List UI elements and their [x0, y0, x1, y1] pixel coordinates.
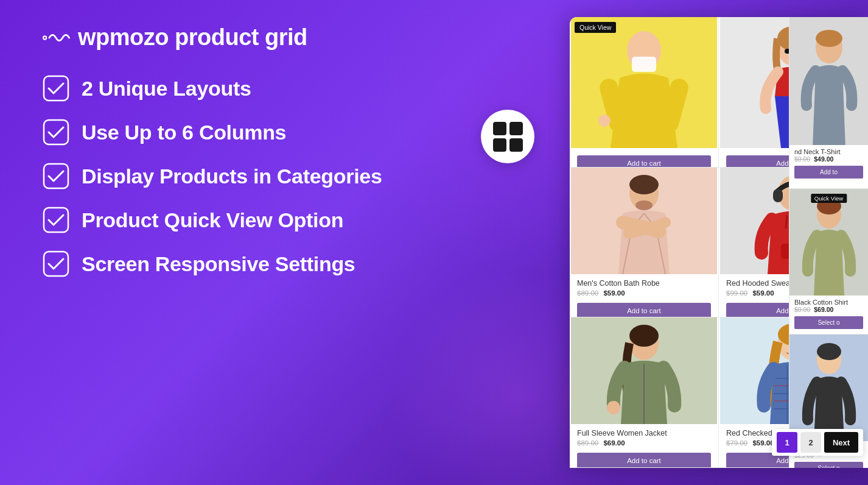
svg-point-51: [817, 343, 841, 360]
svg-point-12: [598, 115, 611, 127]
svg-point-31: [607, 401, 620, 414]
partial-card-2: Quick View Black Cotton Shirt $0.00 $69.…: [789, 189, 868, 335]
product-body-yellow: [570, 148, 718, 155]
product-grid-panel: Quick View Add to cart: [570, 17, 868, 468]
svg-rect-4: [44, 164, 68, 188]
partial-prices-2: $0.00 $69.00: [794, 306, 863, 313]
product-body-bath-robe: Men's Cotton Bath Robe $89.00 $59.00: [570, 274, 718, 303]
product-name-women-jacket: Full Sleeve Women Jacket: [577, 429, 711, 437]
feature-text-responsive: Screen Responsive Settings: [82, 252, 355, 276]
feature-item-quickview: Product Quick View Option: [43, 207, 493, 233]
quick-view-badge-yellow[interactable]: Quick View: [575, 22, 616, 33]
svg-rect-25: [773, 189, 783, 202]
partial-card-1: nd Neck T-Shirt $0.00 $49.00 Add to: [789, 17, 868, 189]
add-to-cart-bath-robe[interactable]: Add to cart: [577, 303, 711, 318]
old-price-hoodie: $99.00: [726, 289, 747, 297]
check-icon-categories: [43, 163, 69, 189]
product-name-bath-robe: Men's Cotton Bath Robe: [577, 279, 711, 288]
old-price-bath-robe: $89.00: [577, 289, 598, 297]
svg-rect-3: [44, 120, 68, 144]
partial-info-2: Black Cotton Shirt $0.00 $69.00: [789, 296, 868, 316]
logo-area: wpmozo product grid: [43, 24, 493, 51]
partial-old-price-1: $0.00: [794, 155, 810, 163]
product-card-bath-robe: Men's Cotton Bath Robe $89.00 $59.00 Add…: [570, 168, 719, 318]
brand-name: wpmozo product grid: [78, 24, 307, 51]
next-page-button[interactable]: Next: [824, 432, 858, 453]
product-image-women-jacket: [570, 317, 718, 424]
partial-new-price-1: $49.00: [814, 155, 833, 163]
product-card-women-jacket: Full Sleeve Women Jacket $89.00 $69.00 A…: [570, 317, 719, 468]
product-body-women-jacket: Full Sleeve Women Jacket $89.00 $69.00: [570, 424, 718, 453]
svg-rect-6: [44, 252, 68, 276]
check-icon-columns: [43, 119, 69, 146]
partial-add-cart-1[interactable]: Add to: [794, 166, 863, 179]
partial-new-price-2: $69.00: [814, 306, 833, 313]
add-to-cart-yellow[interactable]: Add to cart: [577, 155, 711, 168]
left-section: wpmozo product grid 2 Unique Layouts Use…: [43, 24, 493, 277]
product-card-yellow-jacket: Quick View Add to cart: [570, 17, 719, 168]
add-to-cart-women-jacket[interactable]: Add to cart: [577, 453, 711, 468]
partial-info-nd-neck: nd Neck T-Shirt $0.00 $49.00: [789, 145, 868, 166]
pagination-bar: 1 2 Next: [772, 429, 863, 456]
feature-text-columns: Use Up to 6 Columns: [82, 121, 286, 144]
svg-rect-2: [44, 76, 68, 101]
feature-item-layouts: 2 Unique Layouts: [43, 75, 493, 102]
grid-dot-3: [493, 138, 506, 152]
page-button-2[interactable]: 2: [800, 432, 821, 453]
svg-point-21: [629, 175, 659, 194]
svg-point-1: [44, 37, 46, 39]
product-prices-women-jacket: $89.00 $69.00: [577, 439, 711, 447]
new-price-checked-shirt: $59.00: [752, 439, 774, 447]
check-icon-quickview: [43, 207, 69, 233]
feature-item-columns: Use Up to 6 Columns: [43, 119, 493, 146]
grid-dot-4: [509, 138, 523, 152]
features-list: 2 Unique Layouts Use Up to 6 Columns Dis…: [43, 75, 493, 277]
product-image-bath-robe: [570, 168, 718, 274]
quick-view-badge-partial-2[interactable]: Quick View: [811, 194, 847, 203]
wpmozo-logo-svg: [43, 29, 73, 47]
partial-old-price-2: $0.00: [794, 306, 810, 313]
new-price-women-jacket: $69.00: [603, 439, 625, 447]
feature-text-quickview: Product Quick View Option: [82, 208, 343, 232]
svg-point-45: [816, 30, 842, 47]
partial-name-1: nd Neck T-Shirt: [794, 148, 863, 155]
svg-point-30: [629, 325, 659, 347]
check-icon-layouts: [43, 75, 69, 102]
new-price-bath-robe: $59.00: [603, 289, 625, 297]
svg-rect-5: [44, 208, 68, 232]
check-icon-responsive: [43, 250, 69, 277]
partial-select-2[interactable]: Select o: [794, 316, 863, 329]
logo-icon: [43, 29, 73, 47]
grid-dots-icon: [493, 122, 523, 152]
svg-rect-11: [632, 57, 656, 72]
partial-prices-1: $0.00 $49.00: [794, 155, 863, 163]
product-prices-bath-robe: $89.00 $59.00: [577, 289, 711, 297]
old-price-women-jacket: $89.00: [577, 439, 598, 447]
old-price-checked-shirt: $79.00: [726, 439, 747, 447]
feature-item-categories: Display Products in Categories: [43, 163, 493, 189]
new-price-hoodie: $59.00: [752, 289, 774, 297]
feature-text-categories: Display Products in Categories: [82, 165, 382, 188]
grid-icon-circle: [481, 110, 534, 163]
page-button-1[interactable]: 1: [777, 432, 797, 453]
feature-item-responsive: Screen Responsive Settings: [43, 250, 493, 277]
grid-dot-1: [493, 122, 506, 135]
grid-dot-2: [509, 122, 523, 135]
feature-text-layouts: 2 Unique Layouts: [82, 77, 251, 101]
svg-point-22: [635, 200, 653, 210]
partial-right-column: nd Neck T-Shirt $0.00 $49.00 Add to: [789, 17, 868, 468]
partial-select-3[interactable]: Select o: [794, 462, 863, 468]
partial-name-2: Black Cotton Shirt: [794, 299, 863, 306]
product-image-yellow-jacket: Quick View: [570, 17, 718, 148]
